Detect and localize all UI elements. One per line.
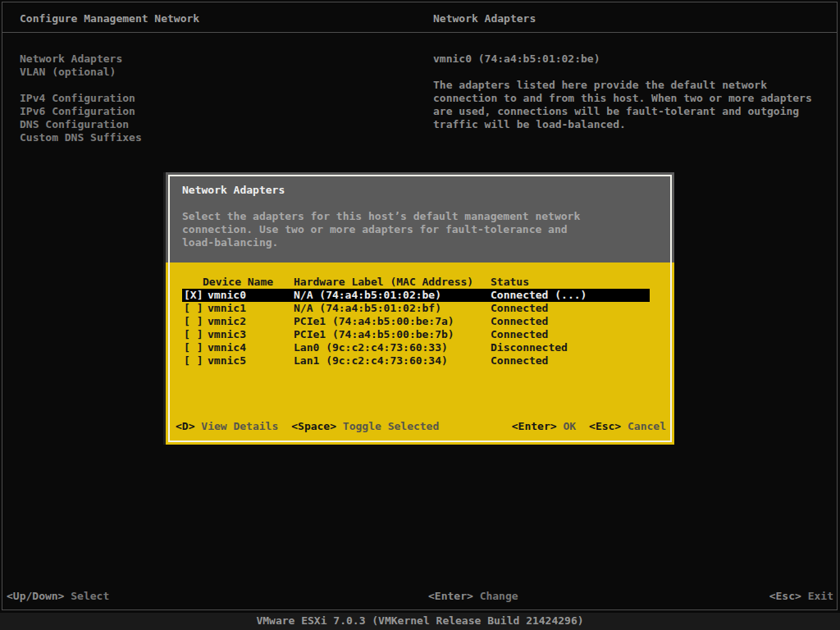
table-row[interactable]: [X] vmnic0 N/A (74:a4:b5:01:02:be) Conne… bbox=[182, 289, 650, 302]
sidebar-item[interactable]: IPv4 Configuration bbox=[20, 92, 142, 105]
version-bar: VMware ESXi 7.0.3 (VMKernel Release Buil… bbox=[0, 613, 840, 630]
device-name: vmnic2 bbox=[208, 315, 294, 328]
adapter-table-header: Device Name Hardware Label (MAC Address)… bbox=[182, 276, 650, 289]
left-shortcuts: <D> View Details<Space> Toggle Selected bbox=[176, 420, 439, 433]
sidebar-gap bbox=[20, 79, 142, 92]
dialog-description-line: connection. Use two or more adapters for… bbox=[182, 223, 580, 236]
dialog-description: Select the adapters for this host’s defa… bbox=[182, 210, 580, 249]
network-adapters-dialog: Network Adapters Select the adapters for… bbox=[166, 172, 674, 445]
cancel-key: <Esc> bbox=[589, 420, 621, 432]
hardware-label: Lan0 (9c:c2:c4:73:60:33) bbox=[294, 341, 491, 354]
table-row[interactable]: [ ] vmnic3 PCIe1 (74:a4:b5:00:be:7b) Con… bbox=[182, 328, 650, 341]
sidebar-group-config: IPv4 Configuration IPv6 Configuration DN… bbox=[20, 92, 142, 144]
status-value: Connected bbox=[491, 354, 650, 368]
status-value: Connected bbox=[491, 302, 650, 315]
adapter-heading: vmnic0 (74:a4:b5:01:02:be) bbox=[433, 52, 812, 66]
change-hint: <Enter> Change bbox=[428, 590, 518, 603]
status-value: Connected bbox=[491, 328, 650, 341]
ok-label: OK bbox=[563, 420, 576, 432]
dialog-description-line: Select the adapters for this host’s defa… bbox=[182, 210, 580, 223]
toggle-label: Toggle Selected bbox=[343, 420, 439, 432]
column-device-name: Device Name bbox=[203, 276, 294, 289]
updown-key: <Up/Down> bbox=[7, 590, 64, 602]
description-line: are used, connections will be fault-tole… bbox=[433, 105, 812, 118]
dialog-body: Device Name Hardware Label (MAC Address)… bbox=[166, 262, 674, 445]
column-hardware-label: Hardware Label (MAC Address) bbox=[294, 276, 491, 289]
hardware-label: PCIe1 (74:a4:b5:00:be:7b) bbox=[294, 328, 491, 341]
status-value: Disconnected bbox=[491, 341, 650, 354]
description-line: connection to and from this host. When t… bbox=[433, 92, 812, 105]
view-details-key: <D> bbox=[176, 420, 194, 432]
sidebar-menu: Network Adapters VLAN (optional) IPv4 Co… bbox=[20, 52, 142, 144]
checkbox[interactable]: [ ] bbox=[182, 302, 208, 315]
table-row[interactable]: [ ] vmnic4 Lan0 (9c:c2:c4:73:60:33) Disc… bbox=[182, 341, 650, 354]
change-label: Change bbox=[480, 590, 518, 602]
dialog-header: Network Adapters Select the adapters for… bbox=[166, 172, 674, 262]
enter-key: <Enter> bbox=[428, 590, 473, 602]
hardware-label: Lan1 (9c:c2:c4:73:60:34) bbox=[294, 354, 491, 368]
sidebar-group-network: Network Adapters VLAN (optional) bbox=[20, 52, 142, 79]
sidebar-item[interactable]: Network Adapters bbox=[20, 52, 142, 66]
sidebar-item[interactable]: Custom DNS Suffixes bbox=[20, 131, 142, 144]
select-label: Select bbox=[71, 590, 109, 602]
dialog-description-line: load-balancing. bbox=[182, 236, 580, 249]
adapter-table-rows: [X] vmnic0 N/A (74:a4:b5:01:02:be) Conne… bbox=[182, 289, 650, 368]
checkbox[interactable]: [ ] bbox=[182, 341, 208, 354]
right-shortcuts: <Enter> OK<Esc> Cancel bbox=[512, 420, 666, 433]
ok-key: <Enter> bbox=[512, 420, 557, 432]
info-panel: vmnic0 (74:a4:b5:01:02:be) The adapters … bbox=[433, 52, 812, 131]
exit-hint: <Esc> Exit bbox=[769, 590, 833, 603]
sidebar-item[interactable]: IPv6 Configuration bbox=[20, 105, 142, 118]
view-details-label: View Details bbox=[201, 420, 278, 432]
checkbox[interactable]: [ ] bbox=[182, 328, 208, 341]
checkbox[interactable]: [ ] bbox=[182, 315, 208, 328]
status-bar: <Up/Down> Select <Enter> Change <Esc> Ex… bbox=[7, 590, 833, 603]
column-status: Status bbox=[491, 276, 650, 289]
dialog-shortcuts: <D> View Details<Space> Toggle Selected … bbox=[176, 420, 666, 433]
cancel-label: Cancel bbox=[628, 420, 666, 432]
sidebar-item[interactable]: VLAN (optional) bbox=[20, 66, 142, 79]
device-name: vmnic5 bbox=[208, 354, 294, 368]
description-line: The adapters listed here provide the def… bbox=[433, 79, 812, 92]
device-name: vmnic4 bbox=[208, 341, 294, 354]
exit-label: Exit bbox=[808, 590, 833, 602]
status-value: Connected bbox=[491, 315, 650, 328]
sidebar-item[interactable]: DNS Configuration bbox=[20, 118, 142, 131]
toggle-key: <Space> bbox=[291, 420, 336, 432]
device-name: vmnic0 bbox=[208, 289, 294, 302]
hardware-label: N/A (74:a4:b5:01:02:bf) bbox=[294, 302, 491, 315]
checkbox[interactable]: [X] bbox=[182, 289, 208, 302]
description-line: traffic will be load-balanced. bbox=[433, 118, 812, 131]
hardware-label: PCIe1 (74:a4:b5:00:be:7a) bbox=[294, 315, 491, 328]
hardware-label: N/A (74:a4:b5:01:02:be) bbox=[294, 289, 491, 302]
device-name: vmnic1 bbox=[208, 302, 294, 315]
section-title: Network Adapters bbox=[433, 12, 536, 25]
status-value: Connected (...) bbox=[491, 289, 650, 302]
page-title: Configure Management Network bbox=[20, 12, 199, 25]
checkbox[interactable]: [ ] bbox=[182, 354, 208, 368]
select-hint: <Up/Down> Select bbox=[7, 590, 109, 603]
table-row[interactable]: [ ] vmnic2 PCIe1 (74:a4:b5:00:be:7a) Con… bbox=[182, 315, 650, 328]
dialog-title: Network Adapters bbox=[182, 184, 285, 197]
table-row[interactable]: [ ] vmnic1 N/A (74:a4:b5:01:02:bf) Conne… bbox=[182, 302, 650, 315]
adapter-description: The adapters listed here provide the def… bbox=[433, 79, 812, 131]
table-row[interactable]: [ ] vmnic5 Lan1 (9c:c2:c4:73:60:34) Conn… bbox=[182, 354, 650, 368]
esc-key: <Esc> bbox=[769, 590, 801, 602]
device-name: vmnic3 bbox=[208, 328, 294, 341]
header-divider bbox=[2, 32, 837, 33]
